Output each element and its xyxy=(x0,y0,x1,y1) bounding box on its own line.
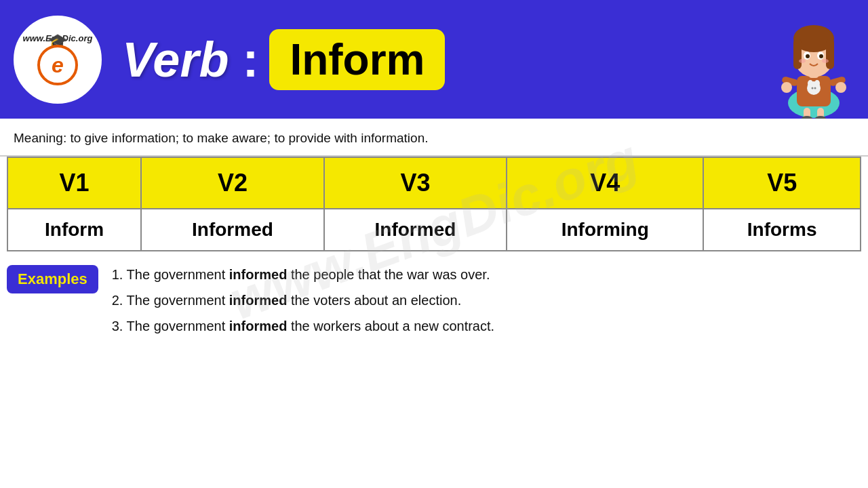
examples-section: Examples The government informed the peo… xyxy=(0,251,868,341)
col-v4: V4 xyxy=(507,157,703,209)
col-v1: V1 xyxy=(7,157,141,209)
svg-point-22 xyxy=(806,54,810,58)
col-v3: V3 xyxy=(324,157,507,209)
example-2: The government informed the voters about… xyxy=(112,289,494,311)
examples-badge: Examples xyxy=(7,265,98,293)
cell-v1: Inform xyxy=(7,209,141,251)
meaning-label: Meaning: xyxy=(14,131,66,145)
header-title: Verb : Inform xyxy=(102,29,854,90)
cell-v5: Informs xyxy=(703,209,861,251)
col-v2: V2 xyxy=(141,157,324,209)
main-content: www.EngDic.org Meaning: to give informat… xyxy=(0,119,868,341)
svg-point-13 xyxy=(781,82,792,93)
svg-point-24 xyxy=(799,59,806,63)
header-section: www.EngDic.org 🎓 e Verb : Inform xyxy=(0,0,868,119)
example-3: The government informed the workers abou… xyxy=(112,315,494,337)
svg-point-8 xyxy=(814,80,820,87)
meaning-text: to give information; to make aware; to p… xyxy=(70,131,428,145)
logo-e-circle: e xyxy=(37,45,78,85)
svg-point-10 xyxy=(814,87,816,89)
character-illustration xyxy=(766,3,861,119)
main-word: Inform xyxy=(290,35,425,85)
word-badge: Inform xyxy=(269,29,445,90)
verb-label: Verb xyxy=(122,32,229,87)
svg-point-23 xyxy=(819,54,823,58)
example-3-bold: informed xyxy=(229,319,288,333)
example-2-bold: informed xyxy=(229,293,288,308)
example-1-bold: informed xyxy=(229,267,288,282)
example-1: The government informed the people that … xyxy=(112,264,494,285)
svg-point-14 xyxy=(835,82,846,93)
logo: www.EngDic.org 🎓 e xyxy=(14,16,102,104)
examples-list: The government informed the people that … xyxy=(112,264,494,341)
table-header-row: V1 V2 V3 V4 V5 xyxy=(7,157,861,209)
cell-v2: Informed xyxy=(141,209,324,251)
verb-forms-table: V1 V2 V3 V4 V5 Inform Informed Informed … xyxy=(7,157,861,251)
cell-v4: Informing xyxy=(507,209,703,251)
logo-inner: www.EngDic.org 🎓 e xyxy=(23,33,93,85)
svg-point-9 xyxy=(812,87,814,89)
col-v5: V5 xyxy=(703,157,861,209)
svg-rect-19 xyxy=(826,39,834,69)
character-svg xyxy=(770,5,858,119)
svg-rect-18 xyxy=(793,39,802,69)
cell-v3: Informed xyxy=(324,209,507,251)
svg-point-25 xyxy=(822,59,829,63)
colon: : xyxy=(242,32,258,87)
logo-e-letter: e xyxy=(52,53,64,78)
meaning-section: Meaning: to give information; to make aw… xyxy=(0,119,868,157)
table-data-row: Inform Informed Informed Informing Infor… xyxy=(7,209,861,251)
svg-point-7 xyxy=(808,80,813,87)
